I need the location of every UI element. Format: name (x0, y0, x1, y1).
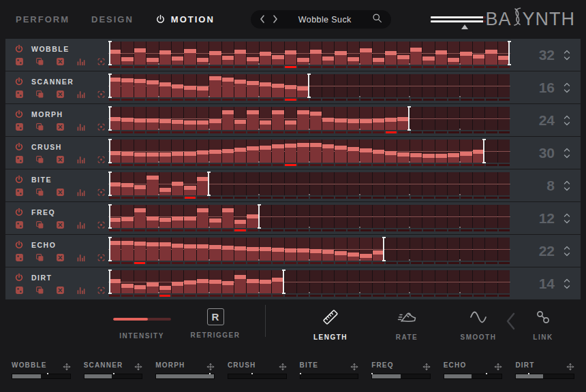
step-cell[interactable] (410, 74, 422, 97)
loop-end-bracket[interactable] (508, 41, 510, 65)
step-cell[interactable] (197, 74, 209, 97)
step-cell[interactable] (310, 172, 322, 195)
motion-balance-slider[interactable] (431, 14, 486, 25)
step-count[interactable]: 24 (531, 112, 555, 129)
loop-end-bracket[interactable] (308, 74, 309, 98)
step-cell[interactable] (485, 172, 497, 195)
step-count[interactable]: 14 (531, 276, 555, 292)
step-cell[interactable] (222, 238, 234, 261)
step-cell[interactable] (272, 238, 283, 261)
step-cell[interactable] (260, 238, 271, 261)
step-cell[interactable] (234, 238, 246, 261)
step-cell[interactable] (448, 270, 459, 293)
step-cell[interactable] (209, 238, 221, 261)
step-cell[interactable] (448, 172, 459, 195)
dice-icon[interactable] (15, 122, 24, 131)
step-cell[interactable] (159, 270, 171, 293)
step-cell[interactable] (285, 140, 296, 163)
intensity-slider[interactable] (113, 318, 171, 321)
step-cell[interactable] (335, 270, 346, 293)
step-cell[interactable] (348, 172, 359, 195)
levels-icon[interactable] (76, 122, 85, 131)
dice-icon[interactable] (15, 57, 24, 66)
step-cell[interactable] (109, 270, 121, 293)
clear-icon[interactable] (56, 57, 65, 66)
step-cell[interactable] (172, 42, 183, 65)
target-icon[interactable] (97, 188, 106, 197)
step-cell[interactable] (146, 107, 158, 130)
step-cell[interactable] (410, 172, 422, 195)
step-cell[interactable] (260, 74, 271, 97)
step-cell[interactable] (297, 238, 309, 261)
step-cell[interactable] (159, 42, 171, 65)
step-cell[interactable] (397, 205, 409, 228)
step-cell[interactable] (335, 140, 346, 163)
step-cell[interactable] (460, 74, 472, 97)
step-cell[interactable] (485, 74, 497, 97)
channel-slider[interactable] (84, 374, 143, 379)
copy-icon[interactable] (35, 122, 44, 131)
target-icon[interactable] (97, 57, 106, 66)
copy-icon[interactable] (35, 253, 44, 262)
step-cell[interactable] (247, 205, 258, 228)
step-cell[interactable] (297, 270, 309, 293)
step-cell[interactable] (485, 140, 497, 163)
step-cell[interactable] (310, 107, 322, 130)
step-cell[interactable] (322, 74, 334, 97)
step-cell[interactable] (435, 140, 447, 163)
step-cell[interactable] (209, 172, 221, 195)
step-cell[interactable] (209, 140, 221, 163)
lane-power-icon[interactable] (14, 110, 24, 119)
step-cell[interactable] (247, 140, 258, 163)
step-cell[interactable] (410, 270, 422, 293)
step-cell[interactable] (285, 205, 296, 228)
channel-slider[interactable] (444, 374, 503, 379)
step-cell[interactable] (109, 107, 121, 130)
step-cell[interactable] (498, 270, 510, 293)
loop-start-bracket[interactable] (109, 139, 110, 163)
step-cell[interactable] (234, 74, 246, 97)
step-cell[interactable] (473, 42, 484, 65)
step-cell[interactable] (422, 140, 434, 163)
step-cell[interactable] (373, 107, 384, 130)
step-cell[interactable] (197, 140, 209, 163)
step-cell[interactable] (184, 172, 196, 195)
copy-icon[interactable] (35, 188, 44, 197)
prev-preset-icon[interactable] (260, 14, 265, 26)
step-count-stepper[interactable] (564, 180, 570, 192)
tab-design[interactable]: DESIGN (91, 14, 134, 24)
step-cell[interactable] (146, 42, 158, 65)
step-cell[interactable] (422, 74, 434, 97)
step-count-stepper[interactable] (564, 245, 570, 257)
step-cell[interactable] (397, 42, 409, 65)
step-cell[interactable] (360, 172, 371, 195)
clear-icon[interactable] (56, 220, 65, 229)
move-icon[interactable] (350, 361, 358, 370)
step-cell[interactable] (247, 74, 258, 97)
step-cell[interactable] (310, 42, 322, 65)
step-cell[interactable] (348, 140, 359, 163)
step-grid[interactable] (109, 270, 510, 299)
step-count-stepper[interactable] (564, 212, 570, 225)
move-icon[interactable] (279, 361, 287, 370)
step-cell[interactable] (448, 107, 459, 130)
preset-browser[interactable]: Wobble Suck (251, 10, 391, 29)
step-count[interactable]: 22 (531, 243, 555, 259)
lane-power-icon[interactable] (14, 208, 24, 217)
step-cell[interactable] (197, 270, 209, 293)
step-cell[interactable] (422, 238, 434, 261)
step-cell[interactable] (322, 107, 334, 130)
levels-icon[interactable] (76, 57, 85, 66)
link-control[interactable]: LINK (516, 307, 570, 341)
clear-icon[interactable] (56, 122, 65, 131)
step-cell[interactable] (146, 270, 158, 293)
channel-slider[interactable] (228, 374, 287, 379)
step-cell[interactable] (247, 270, 258, 293)
step-cell[interactable] (109, 172, 121, 195)
step-grid[interactable] (109, 238, 510, 267)
step-cell[interactable] (322, 42, 334, 65)
step-cell[interactable] (121, 172, 133, 195)
clear-icon[interactable] (56, 253, 65, 262)
step-cell[interactable] (222, 74, 234, 97)
step-count[interactable]: 12 (531, 210, 555, 227)
